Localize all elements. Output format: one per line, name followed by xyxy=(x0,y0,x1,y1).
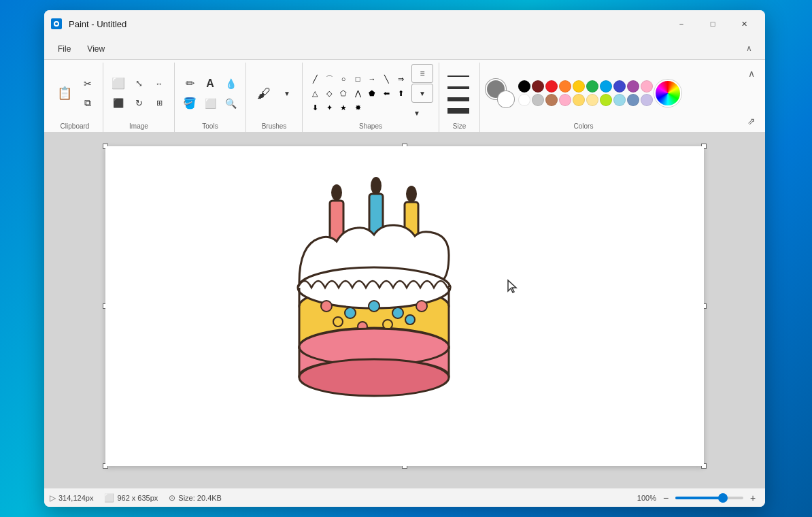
swatch-cream[interactable] xyxy=(586,94,598,106)
swatch-lightgray[interactable] xyxy=(532,94,544,106)
colors-items xyxy=(486,64,681,122)
arrow-shape[interactable]: → xyxy=(365,72,379,86)
background-color[interactable] xyxy=(498,91,514,107)
color-pick-button[interactable]: 💧 xyxy=(221,74,240,93)
swatch-blue[interactable] xyxy=(600,80,612,93)
swatch-purple[interactable] xyxy=(627,80,639,93)
size-item: ⊙ Size: 20.4KB xyxy=(169,493,222,503)
paste-icon: 📋 xyxy=(57,87,72,99)
tools-col2: A ⬜ xyxy=(201,74,220,113)
ribbon-right-buttons: ∧ ⇗ xyxy=(741,63,762,132)
swatch-lightyellow[interactable] xyxy=(573,94,585,106)
diamond-shape[interactable]: ◇ xyxy=(322,86,336,100)
brush-main-button[interactable]: 🖌 xyxy=(252,81,276,105)
ribbon: File View ∧ 📋 ✂ ⧉ Clipboard xyxy=(44,37,765,133)
swatch-steelblue[interactable] xyxy=(627,94,639,106)
tools-group: ✏ 🪣 A ⬜ 💧 🔍 Tools xyxy=(175,63,246,132)
zoom-out-button[interactable]: − xyxy=(659,491,673,505)
shapes-group: ╱ ⌒ ○ □ → ╲ ⇒ △ ◇ ⬠ ⋀ ⬟ xyxy=(303,63,439,132)
drawing-canvas[interactable] xyxy=(105,146,704,466)
swatch-lime[interactable] xyxy=(600,94,612,106)
dimensions-item: ⬜ 962 x 635px xyxy=(104,493,158,503)
swatch-yellow[interactable] xyxy=(573,80,585,93)
minimize-button[interactable]: − xyxy=(666,13,697,35)
canvas-area[interactable] xyxy=(44,133,765,488)
fill-button[interactable]: 🪣 xyxy=(180,94,199,113)
star5-shape[interactable]: ★ xyxy=(337,101,350,114)
swatch-green[interactable] xyxy=(586,80,598,93)
swatch-indigo[interactable] xyxy=(613,80,626,93)
collapse-ribbon-button[interactable]: ∧ xyxy=(741,40,757,56)
eraser-button[interactable]: ⬜ xyxy=(201,94,220,113)
size2-btn[interactable] xyxy=(446,82,473,93)
copy-button[interactable]: ⧉ xyxy=(78,94,97,113)
cut-button[interactable]: ✂ xyxy=(78,74,97,93)
pentagon-shape[interactable]: ⬠ xyxy=(337,86,350,100)
down-arrow-box[interactable]: ⬇ xyxy=(308,101,322,114)
resize-button[interactable]: ⤡ xyxy=(129,74,148,93)
swatch-black[interactable] xyxy=(518,80,530,93)
rotate-button[interactable]: ↻ xyxy=(129,94,148,113)
rect-shape[interactable]: □ xyxy=(351,72,365,86)
tools-col3: 💧 🔍 xyxy=(221,74,240,113)
swatch-white[interactable] xyxy=(518,94,530,106)
select-all-button[interactable]: ⬜ xyxy=(109,74,128,93)
colors-label: Colors xyxy=(574,122,594,132)
swatch-lavender[interactable] xyxy=(641,94,653,106)
oval-shape[interactable]: ○ xyxy=(337,72,350,86)
maximize-button[interactable]: □ xyxy=(697,13,728,35)
swatch-red[interactable] xyxy=(545,80,558,93)
ribbon-share-button[interactable]: ⇗ xyxy=(743,113,760,129)
ribbon-up-button[interactable]: ∧ xyxy=(743,65,760,82)
star4-shape[interactable]: ✦ xyxy=(322,101,336,114)
shapes-more-button[interactable]: ▼ xyxy=(411,103,422,122)
close-button[interactable]: ✕ xyxy=(728,13,760,35)
zoom-slider[interactable] xyxy=(675,497,743,499)
tab-file[interactable]: File xyxy=(50,40,79,59)
paste-button[interactable]: 📋 xyxy=(52,81,77,105)
paint-window: Paint - Untitled − □ ✕ File View ∧ 📋 xyxy=(44,10,765,507)
chevron-shape[interactable]: ⋀ xyxy=(351,86,365,100)
swatch-brown[interactable] xyxy=(545,94,558,106)
crop-button[interactable]: ⬛ xyxy=(109,94,128,113)
right-arrow[interactable]: ⇒ xyxy=(394,72,407,86)
zoom-in-button[interactable]: + xyxy=(746,491,760,505)
color-picker-button[interactable] xyxy=(654,80,681,107)
size4-btn[interactable] xyxy=(446,105,473,116)
line-shape[interactable]: ╱ xyxy=(308,72,322,86)
left-arrow-box[interactable]: ⬅ xyxy=(379,86,393,100)
swatch-lightpink[interactable] xyxy=(559,94,571,106)
size3-btn[interactable] xyxy=(446,94,473,105)
zoom-thumb[interactable] xyxy=(718,493,728,503)
zoom-fill xyxy=(675,497,723,499)
brush-dropdown[interactable]: ▼ xyxy=(277,84,297,103)
size1-btn[interactable] xyxy=(446,71,473,82)
triangle-shape[interactable]: △ xyxy=(308,86,322,100)
fill-shape-button[interactable]: ▼ xyxy=(411,84,433,103)
swatch-lightblue[interactable] xyxy=(613,94,626,106)
starburst-shape[interactable]: ✸ xyxy=(351,101,365,114)
zoom-tool-button[interactable]: 🔍 xyxy=(221,94,240,113)
swatch-darkred[interactable] xyxy=(532,80,544,93)
curve-shape[interactable]: ⌒ xyxy=(322,72,336,86)
shapes-label: Shapes xyxy=(359,122,382,132)
app-icon xyxy=(50,17,63,31)
image-props-button[interactable]: ⊞ xyxy=(150,94,169,113)
text-button[interactable]: A xyxy=(201,74,220,93)
size-label: Size xyxy=(453,122,466,132)
dimensions-icon: ⬜ xyxy=(104,493,114,503)
outline-button[interactable]: ≡ xyxy=(411,64,433,83)
swatch-pink[interactable] xyxy=(641,80,653,93)
pentagon2-shape[interactable]: ⬟ xyxy=(365,86,379,100)
svg-point-17 xyxy=(369,301,379,312)
ribbon-actions: ∧ xyxy=(738,37,760,59)
pencil-button[interactable]: ✏ xyxy=(180,74,199,93)
swatch-orange[interactable] xyxy=(559,80,571,93)
image-col2: ⤡ ↻ xyxy=(129,74,148,113)
tab-view[interactable]: View xyxy=(79,40,113,59)
diagonal-shape[interactable]: ╲ xyxy=(379,72,393,86)
up-arrow-box[interactable]: ⬆ xyxy=(394,86,407,100)
flip-h-button[interactable]: ↔ xyxy=(150,74,169,93)
image-items: ⬜ ⬛ ⤡ ↻ ↔ ⊞ xyxy=(109,64,169,122)
svg-point-29 xyxy=(299,359,449,396)
